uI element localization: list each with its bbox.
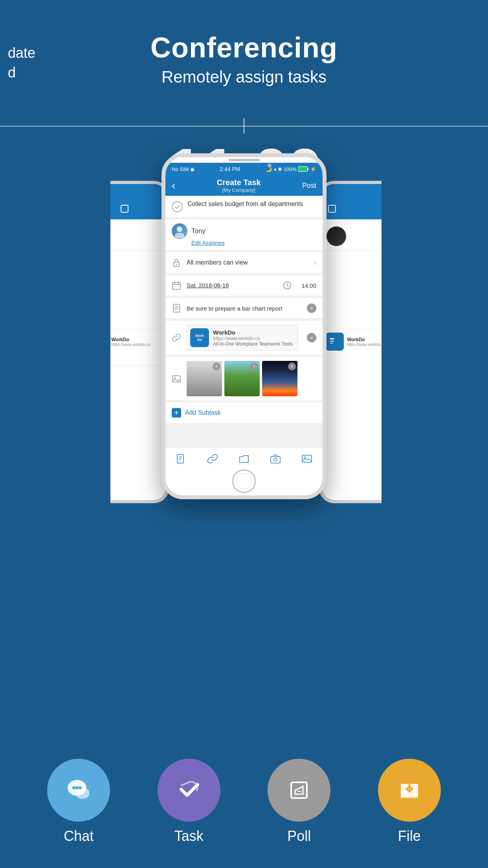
phone-camera — [268, 164, 272, 167]
file-upload-icon — [394, 774, 425, 806]
phone-right: WorkDo https://www.workdo.co — [319, 181, 405, 503]
assignee-name: Tony — [191, 227, 205, 235]
svg-rect-21 — [177, 454, 183, 463]
note-close-button[interactable]: × — [307, 303, 316, 313]
calendar-icon — [172, 281, 181, 290]
task-check-icon[interactable] — [172, 201, 183, 212]
link-preview-logo: WorkDo — [190, 328, 209, 347]
nav-subtitle: [My Company] — [175, 187, 302, 193]
date-value[interactable]: Sat. 2018-06-16 — [187, 282, 229, 289]
file-circle — [378, 759, 441, 822]
nav-bar: ‹ Create Task [My Company] Post — [165, 175, 323, 196]
phone-speaker — [228, 159, 260, 161]
photo-2-remove-button[interactable]: × — [250, 362, 258, 370]
task-circle — [158, 759, 220, 822]
add-subtask-icon: + — [172, 408, 181, 417]
link-preview[interactable]: WorkDo WorkDo https://www.workdo.co All-… — [187, 325, 298, 351]
svg-point-7 — [175, 233, 184, 238]
chat-circle — [47, 759, 110, 822]
phones-container: WorkDo https://www.workdo.co No SIM ◉ 2:… — [0, 134, 488, 503]
status-bar: No SIM ◉ 2:44 PM 🌙◂✱100% ⚡ — [165, 163, 323, 175]
svg-point-33 — [75, 788, 90, 799]
svg-rect-0 — [94, 338, 98, 340]
link-close-button[interactable]: × — [307, 333, 316, 342]
poll-label: Poll — [287, 828, 311, 844]
toolbar-camera-button[interactable] — [269, 452, 282, 465]
svg-rect-29 — [330, 338, 334, 340]
svg-point-9 — [176, 264, 177, 265]
toolbar-link-button[interactable] — [206, 452, 219, 465]
bottom-icons-row: Chat Task Poll — [0, 759, 488, 844]
page-subtitle: Remotely assign tasks — [161, 68, 327, 86]
poll-circle — [268, 759, 330, 822]
svg-point-36 — [79, 786, 82, 789]
photos-icon — [172, 374, 181, 383]
add-subtask-row[interactable]: + Add Subtask — [165, 403, 323, 423]
edit-assignee-link[interactable]: Edit Assignee — [191, 240, 225, 246]
task-icon — [173, 774, 205, 806]
bottom-nav-task[interactable]: Task — [158, 759, 220, 844]
task-label: Task — [174, 828, 204, 844]
chat-label: Chat — [64, 828, 94, 844]
toolbar-image-button[interactable] — [301, 452, 313, 465]
assignee-row: Tony Edit Assignee — [165, 219, 323, 250]
file-label: File — [398, 828, 421, 844]
chat-icon — [63, 774, 94, 806]
toolbar-folder-button[interactable] — [238, 452, 250, 465]
toolbar-document-button[interactable] — [175, 452, 187, 465]
svg-rect-38 — [297, 791, 301, 792]
link-desc: All-In-One Workplace Teamwork Tools — [213, 341, 295, 347]
time-value[interactable]: 14:00 — [301, 282, 316, 289]
bottom-nav-file[interactable]: File — [378, 759, 441, 844]
top-section: date d Conferencing Remotely assign task… — [0, 0, 488, 134]
svg-rect-10 — [172, 283, 180, 289]
status-network: No SIM ◉ — [172, 166, 194, 172]
bottom-section: Chat Task Poll — [0, 679, 488, 868]
home-button[interactable] — [232, 469, 256, 493]
photo-3-remove-button[interactable]: × — [288, 362, 296, 370]
lock-icon — [172, 258, 181, 267]
svg-point-34 — [72, 786, 75, 789]
back-button[interactable]: ‹ — [172, 179, 175, 192]
phone-left: WorkDo https://www.workdo.co — [83, 181, 169, 503]
photos-row: × × × — [165, 357, 323, 400]
note-text[interactable]: Be sure to prepare a bar chart report — [187, 305, 301, 312]
photos-container: × × × — [187, 361, 316, 396]
link-row: WorkDo WorkDo https://www.workdo.co All-… — [165, 321, 323, 355]
svg-rect-4 — [307, 168, 308, 170]
link-url: https://www.workdo.co — [213, 336, 295, 341]
link-icon — [172, 333, 181, 342]
photo-2: × — [224, 361, 260, 396]
photo-1-remove-button[interactable]: × — [213, 362, 220, 370]
svg-rect-31 — [330, 343, 333, 344]
add-subtask-label: Add Subtask — [185, 409, 221, 416]
task-input[interactable]: Collect sales budget from all department… — [187, 200, 316, 208]
post-button[interactable]: Post — [302, 182, 316, 190]
timeline-tick — [244, 118, 244, 134]
nav-title-container: Create Task [My Company] — [175, 178, 302, 193]
clock-icon — [283, 281, 292, 290]
content-area: Collect sales budget from all department… — [165, 196, 323, 447]
bottom-nav-poll[interactable]: Poll — [268, 759, 330, 844]
visibility-text: All members can view — [187, 259, 308, 266]
photo-3: × — [262, 361, 297, 396]
svg-point-6 — [177, 226, 182, 232]
note-row: Be sure to prepare a bar chart report × — [165, 298, 323, 318]
svg-rect-37 — [291, 782, 307, 798]
bottom-nav-chat[interactable]: Chat — [47, 759, 110, 844]
svg-rect-1 — [94, 341, 98, 342]
note-icon — [172, 303, 181, 313]
chevron-right-icon: › — [314, 259, 316, 267]
phone-main: No SIM ◉ 2:44 PM 🌙◂✱100% ⚡ ‹ Create Task… — [161, 153, 327, 499]
svg-rect-2 — [94, 343, 97, 344]
slide-label-left: date d — [0, 43, 35, 83]
svg-rect-19 — [172, 376, 180, 382]
link-title: WorkDo — [213, 329, 295, 336]
date-row[interactable]: Sat. 2018-06-16 14:00 — [165, 275, 323, 296]
svg-point-35 — [75, 786, 79, 789]
svg-rect-40 — [401, 795, 418, 798]
visibility-row[interactable]: All members can view › — [165, 252, 323, 273]
svg-rect-30 — [330, 341, 334, 342]
svg-point-26 — [274, 458, 277, 461]
timeline-line — [0, 126, 488, 127]
